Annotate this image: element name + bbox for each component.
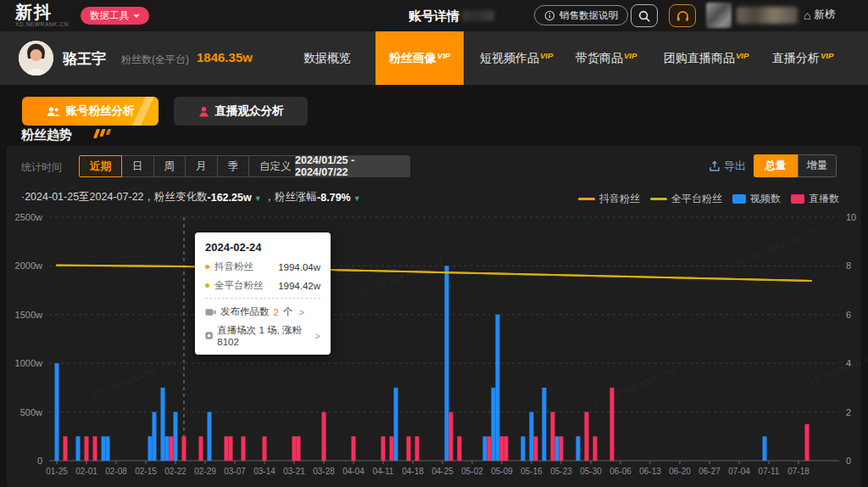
creator-profile-bar: 骆王宇 粉丝数(全平台) 1846.35w 数据概览 粉丝画像 VIP 短视频作…	[0, 31, 868, 85]
date-range-input[interactable]: 2024/01/25 - 2024/07/22	[295, 155, 410, 177]
tooltip-works-link[interactable]: 发布作品数2个 >	[205, 305, 320, 318]
nav-label: 直播分析	[772, 51, 820, 66]
legend-line-swatch	[650, 198, 667, 200]
nav-label: 粉丝画像	[389, 51, 437, 66]
tab-account-fan-analysis[interactable]: 账号粉丝分析	[22, 97, 159, 126]
tooltip-row-allplatform: 全平台粉丝 1994.42w	[205, 279, 320, 292]
nav-item-ecommerce-goods[interactable]: 带货商品 VIP	[576, 31, 637, 85]
tooltip-live-link[interactable]: 直播场次 1 场, 涨粉 8102 >	[205, 324, 320, 347]
tooltip-series-label: 全平台粉丝	[214, 279, 264, 292]
vip-badge: VIP	[736, 51, 748, 60]
search-button[interactable]	[631, 4, 658, 27]
works-count: 2	[274, 307, 279, 317]
live-icon	[205, 331, 213, 340]
tooltip-divider	[205, 298, 320, 299]
data-tools-label: 数据工具	[90, 9, 129, 22]
nav-item-short-video-works[interactable]: 短视频作品 VIP	[480, 31, 553, 85]
nav-label: 带货商品	[576, 51, 623, 66]
nav-item-group-live-goods[interactable]: 团购直播商品 VIP	[664, 31, 748, 85]
legend-douyin-fans[interactable]: 抖音粉丝	[578, 192, 640, 206]
mode-total-button[interactable]: 总量	[754, 154, 798, 177]
tooltip-series-value: 1994.04w	[278, 262, 320, 272]
segment-recent[interactable]: 近期	[79, 155, 122, 177]
legend-live-count[interactable]: 直播数	[791, 192, 839, 206]
chevron-down-icon	[133, 14, 140, 18]
sales-data-info-button[interactable]: 销售数据说明	[534, 5, 628, 25]
nav-label: 短视频作品	[480, 51, 539, 66]
logo-subtext: XD.NEWRANK.CN	[15, 21, 69, 27]
legend-video-count[interactable]: 视频数	[732, 192, 781, 206]
camera-icon	[205, 308, 216, 316]
legend-rect-swatch	[732, 194, 746, 204]
newrank-home-link[interactable]: ⌂ 新榜	[804, 8, 835, 22]
stat-time-label: 统计时间	[21, 160, 62, 175]
chart-legend: 抖音粉丝 全平台粉丝 视频数 直播数	[578, 192, 839, 206]
creator-photo	[19, 41, 53, 76]
time-range-segmented-control: 近期 日 周 月 季 自定义	[79, 155, 303, 177]
summary-prefix: ·2024-01-25至2024-07-22，粉丝变化数	[21, 190, 208, 204]
tooltip-row-douyin: 抖音粉丝 1994.04w	[205, 260, 320, 273]
fans-change-value: -162.25w	[208, 192, 252, 204]
vip-badge: VIP	[821, 51, 833, 60]
fans-rate-value: -8.79%	[317, 192, 351, 204]
top-bar: 新抖 XD.NEWRANK.CN 数据工具 账号详情 销售数据说明 ⌂ 新榜	[0, 0, 868, 31]
segment-week[interactable]: 周	[153, 155, 186, 177]
legend-allplatform-fans[interactable]: 全平台粉丝	[650, 192, 722, 206]
legend-rect-swatch	[791, 194, 804, 204]
down-arrow-icon: ▼	[353, 194, 361, 203]
period-summary: ·2024-01-25至2024-07-22，粉丝变化数-162.25w▼，粉丝…	[21, 190, 364, 204]
export-label: 导出	[724, 159, 746, 174]
legend-line-swatch	[578, 198, 595, 200]
data-tools-button[interactable]: 数据工具	[81, 7, 149, 25]
section-title-decoration	[95, 129, 110, 138]
works-suffix: 个	[283, 305, 293, 318]
nav-item-live-analysis[interactable]: 直播分析 VIP	[772, 31, 833, 85]
user-avatar[interactable]	[706, 3, 732, 28]
segment-quarter[interactable]: 季	[217, 155, 250, 177]
redacted-account-text	[462, 10, 494, 21]
down-arrow-icon: ▼	[254, 194, 262, 203]
headset-icon	[676, 9, 690, 23]
tooltip-series-label: 抖音粉丝	[214, 260, 253, 273]
summary-middle: ，粉丝涨幅	[264, 190, 318, 204]
users-icon	[47, 106, 60, 117]
tab-live-audience-analysis[interactable]: 直播观众分析	[174, 97, 308, 126]
export-button[interactable]: 导出	[709, 159, 746, 174]
series-dot	[205, 265, 209, 269]
mode-increment-button[interactable]: 增量	[798, 154, 837, 177]
nav-label: 团购直播商品	[664, 51, 735, 66]
tab-live-audience-label: 直播观众分析	[215, 104, 284, 119]
home-label: 新榜	[814, 8, 835, 22]
export-icon	[709, 160, 721, 172]
chart-tooltip: 2024-02-24 抖音粉丝 1994.04w 全平台粉丝 1994.42w …	[195, 232, 331, 355]
legend-label: 视频数	[750, 192, 781, 206]
tooltip-date: 2024-02-24	[205, 241, 320, 254]
user-name-redacted[interactable]	[737, 7, 798, 24]
logo-text: 新抖	[15, 3, 69, 21]
segment-custom[interactable]: 自定义	[248, 155, 303, 177]
info-icon	[544, 10, 555, 21]
live-user-icon	[198, 106, 209, 117]
page-title: 账号详情	[409, 8, 459, 25]
chevron-right-icon: >	[298, 307, 304, 317]
vip-badge: VIP	[540, 51, 553, 60]
tooltip-series-value: 1994.42w	[278, 281, 320, 291]
nav-item-data-overview[interactable]: 数据概览	[303, 31, 351, 85]
creator-avatar[interactable]	[19, 41, 53, 76]
legend-label: 全平台粉丝	[671, 192, 722, 206]
chevron-right-icon: >	[314, 331, 320, 341]
vip-badge: VIP	[437, 51, 450, 60]
customer-support-button[interactable]	[669, 4, 696, 27]
series-dot	[205, 283, 209, 288]
nav-item-fans-portrait-active[interactable]: 粉丝画像 VIP	[376, 31, 464, 85]
works-label: 发布作品数	[220, 305, 270, 318]
legend-label: 抖音粉丝	[599, 192, 640, 206]
nav-label: 数据概览	[303, 51, 351, 66]
sales-data-info-label: 销售数据说明	[559, 9, 618, 22]
segment-day[interactable]: 日	[121, 155, 154, 177]
segment-month[interactable]: 月	[185, 155, 218, 177]
tab-fan-analysis-label: 账号粉丝分析	[66, 104, 135, 119]
newrank-xindou-logo[interactable]: 新抖 XD.NEWRANK.CN	[15, 3, 69, 27]
vip-badge: VIP	[624, 51, 637, 60]
home-icon: ⌂	[804, 8, 810, 22]
